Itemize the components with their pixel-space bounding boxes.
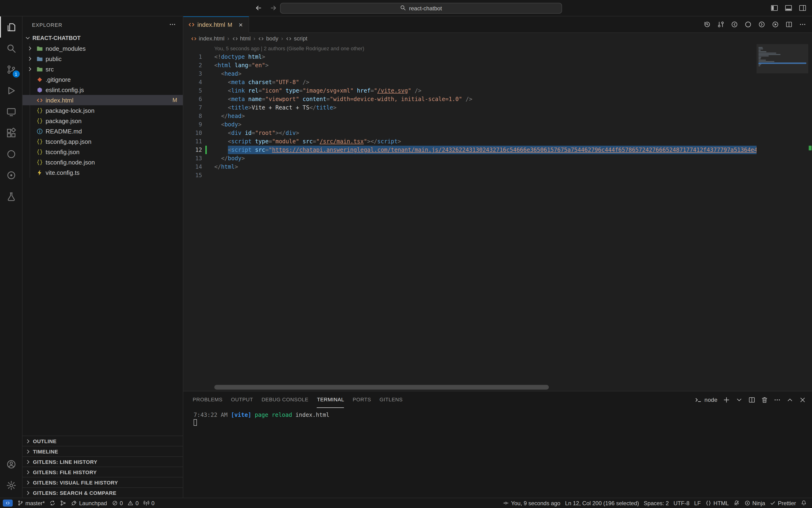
status-language-mode[interactable]: HTML: [703, 498, 731, 508]
chevron-up-button[interactable]: [786, 396, 794, 404]
status-prettier[interactable]: Prettier: [768, 498, 798, 508]
line-number-11: 11: [183, 137, 210, 146]
chevron-down-icon: [24, 35, 32, 41]
tree-item-src[interactable]: src: [23, 64, 183, 74]
terminal-icon: [694, 396, 702, 404]
status-do-not-disturb[interactable]: [731, 498, 742, 508]
status-gitlens-blame[interactable]: You, 9 seconds ago: [501, 498, 563, 508]
tab-label: index.html: [197, 21, 225, 28]
section-gitlens-file-history[interactable]: GITLENS: FILE HISTORY: [23, 467, 183, 477]
close-button[interactable]: [799, 396, 806, 404]
status-notifications[interactable]: [798, 498, 809, 508]
status-encoding[interactable]: UTF-8: [671, 498, 692, 508]
tree-item-package-lock-json[interactable]: package-lock.json: [23, 105, 183, 116]
activitybar-gitlens[interactable]: [0, 143, 22, 165]
gitlens-blame-annotation: You, 5 seconds ago | 2 authors (Giselle …: [214, 44, 757, 53]
tree-item-index-html[interactable]: index.htmlM: [23, 95, 183, 105]
status-launchpad[interactable]: Launchpad: [69, 498, 110, 508]
project-name: REACT-CHATBOT: [33, 35, 81, 41]
explorer-more-actions-button[interactable]: [169, 20, 176, 29]
tab-close-icon[interactable]: ×: [237, 21, 245, 29]
tree-item-node-modules[interactable]: node_modules: [23, 43, 183, 53]
ellipsis-button[interactable]: [773, 396, 781, 404]
panel-tab-output[interactable]: OUTPUT: [231, 391, 253, 408]
line-number-8: 8: [183, 112, 210, 120]
tree-item-gitignore[interactable]: .gitignore: [23, 74, 183, 85]
activitybar-accounts[interactable]: [0, 454, 22, 475]
tab-index-html[interactable]: index.html M ×: [183, 16, 249, 33]
activitybar-explorer[interactable]: [0, 16, 22, 38]
chevron-right-icon: [26, 55, 34, 62]
remote-indicator[interactable]: [0, 498, 15, 508]
activitybar-gitlens-inspect[interactable]: [0, 165, 22, 185]
run-circle-button[interactable]: [772, 21, 779, 28]
horizontal-scrollbar[interactable]: [214, 385, 549, 390]
tree-item-readme-md[interactable]: README.md: [23, 126, 183, 136]
circle-large-button[interactable]: [744, 21, 752, 28]
tree-root-react-chatbot[interactable]: REACT-CHATBOT: [23, 33, 183, 43]
section-timeline[interactable]: TIMELINE: [23, 446, 183, 456]
activitybar-settings[interactable]: [0, 475, 22, 496]
panel-tab-debug-console[interactable]: DEBUG CONSOLE: [261, 391, 308, 408]
command-center-search[interactable]: react-chatbot: [280, 3, 562, 14]
status-warnings[interactable]: 0: [125, 498, 141, 508]
panel-tab-gitlens[interactable]: GITLENS: [379, 391, 402, 408]
breadcrumb-index-html[interactable]: index.html: [191, 35, 224, 42]
terminal[interactable]: 7:43:22 AM [vite] page reload index.html: [183, 408, 812, 498]
status-indentation[interactable]: Spaces: 2: [641, 498, 671, 508]
prev-rev-button[interactable]: [731, 21, 738, 28]
panel-tab-terminal[interactable]: TERMINAL: [317, 391, 344, 408]
split-button[interactable]: [748, 396, 756, 404]
section-gitlens-search-compare[interactable]: GITLENS: SEARCH & COMPARE: [23, 487, 183, 498]
activitybar-search[interactable]: [0, 38, 22, 59]
history-button[interactable]: [703, 21, 711, 28]
terminal-profile-node[interactable]: node: [694, 396, 718, 404]
go-back-button[interactable]: [255, 4, 262, 12]
next-rev-button[interactable]: [758, 21, 766, 28]
status-commit-graph[interactable]: [58, 498, 69, 508]
code-line-1: <!doctype html>: [214, 53, 757, 61]
code-area[interactable]: You, 5 seconds ago | 2 authors (Giselle …: [210, 44, 757, 391]
status-sync[interactable]: [47, 498, 58, 508]
plus-button[interactable]: [723, 396, 730, 404]
toggle-layout-right-button[interactable]: [799, 4, 806, 12]
breadcrumb-body[interactable]: body: [258, 35, 279, 42]
layout-controls: [771, 0, 806, 16]
go-forward-button[interactable]: [270, 4, 277, 12]
section-gitlens-visual-file-history[interactable]: GITLENS: VISUAL FILE HISTORY: [23, 477, 183, 487]
status-eol[interactable]: LF: [692, 498, 703, 508]
status-branch[interactable]: master*: [15, 498, 47, 508]
section-outline[interactable]: OUTLINE: [23, 436, 183, 446]
tree-item-public[interactable]: public: [23, 53, 183, 64]
status-ninja[interactable]: Ninja: [742, 498, 768, 508]
status-ports[interactable]: 0: [141, 498, 157, 508]
section-gitlens-line-history[interactable]: GITLENS: LINE HISTORY: [23, 456, 183, 467]
code-editor[interactable]: 123456789101112131415 You, 5 seconds ago…: [183, 44, 812, 391]
status-cursor-position[interactable]: Ln 12, Col 200 (196 selected): [563, 498, 641, 508]
tree-item-eslint-config-js[interactable]: eslint.config.js: [23, 85, 183, 95]
diff-button[interactable]: [717, 21, 725, 28]
breadcrumb-html[interactable]: html: [232, 35, 251, 42]
tree-item-tsconfig-app-json[interactable]: tsconfig.app.json: [23, 136, 183, 146]
split-button[interactable]: [785, 21, 793, 28]
activitybar-extensions[interactable]: [0, 122, 22, 143]
ellipsis-button[interactable]: [799, 21, 806, 28]
activitybar-source-control[interactable]: 1: [0, 59, 22, 80]
panel-tab-problems[interactable]: PROBLEMS: [193, 391, 222, 408]
tree-item-vite-config-ts[interactable]: vite.config.ts: [23, 167, 183, 178]
tree-item-package-json[interactable]: package.json: [23, 116, 183, 126]
trash-button[interactable]: [761, 396, 768, 404]
activitybar-remote-explorer[interactable]: [0, 101, 22, 122]
tree-item-tsconfig-node-json[interactable]: tsconfig.node.json: [23, 157, 183, 167]
minimap[interactable]: [757, 44, 808, 391]
chevron-down-button[interactable]: [735, 396, 743, 404]
toggle-layout-panel-button[interactable]: [785, 4, 792, 12]
panel-tab-ports[interactable]: PORTS: [353, 391, 371, 408]
minimap-slider[interactable]: [757, 44, 808, 73]
breadcrumb-script[interactable]: script: [286, 35, 307, 42]
status-errors[interactable]: 0: [109, 498, 125, 508]
toggle-layout-left-button[interactable]: [771, 4, 778, 12]
tree-item-tsconfig-json[interactable]: tsconfig.json: [23, 146, 183, 157]
activitybar-run-debug[interactable]: [0, 80, 22, 101]
activitybar-testing[interactable]: [0, 185, 22, 207]
